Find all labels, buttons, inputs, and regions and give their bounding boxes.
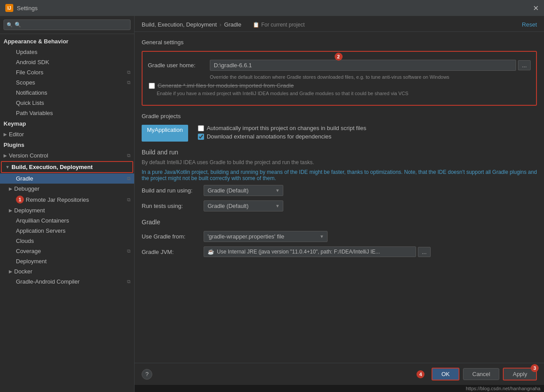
generate-iml-checkbox[interactable] (149, 83, 155, 89)
window-title: Settings (17, 5, 38, 12)
run-tests-using-select[interactable]: Gradle (Default) (204, 200, 283, 211)
gradle-android-copy-icon: ⧉ (127, 279, 131, 284)
sidebar-item-gradle-android-compiler[interactable]: Gradle-Android Compiler ⧉ (0, 277, 134, 287)
gradle-jvm-value: ☕ Use Internal JRE (java version "11.0.4… (204, 246, 416, 257)
build-run-info2: In a pure Java/Kotlin project, building … (142, 169, 537, 181)
sidebar-items: Appearance & Behavior Updates Android SD… (0, 34, 134, 392)
download-annotations-checkbox[interactable] (198, 134, 204, 140)
bed-chevron-icon: ▼ (5, 165, 10, 169)
deployment-chevron-icon: ▶ (9, 208, 12, 213)
sidebar-item-application-servers[interactable]: Application Servers (0, 226, 134, 236)
titlebar-left: IJ Settings (5, 4, 38, 12)
run-tests-using-label: Run tests using: (142, 203, 204, 209)
gradle-home-hint: Override the default location where Grad… (210, 74, 531, 80)
search-input[interactable] (4, 19, 131, 30)
ok-button[interactable]: OK (432, 368, 459, 380)
general-settings-title: General settings (142, 39, 537, 46)
close-button[interactable]: ✕ (533, 4, 539, 12)
auto-import-row: Automatically import this project on cha… (197, 125, 367, 131)
coverage-copy-icon: ⧉ (127, 248, 131, 254)
generate-iml-row: Generate *.iml files for modules importe… (148, 82, 531, 89)
reset-button[interactable]: Reset (522, 21, 537, 28)
sidebar-item-deployment2[interactable]: Deployment (0, 256, 134, 266)
build-run-using-row: Build and run using: Gradle (Default) ▼ (142, 185, 537, 196)
sidebar-item-file-colors[interactable]: File Colors ⧉ (0, 67, 134, 77)
sidebar-item-arquillian-containers[interactable]: Arquillian Containers (0, 215, 134, 226)
panel-body: General settings 2 Gradle user home: ...… (135, 32, 544, 363)
gradle-jvm-row: Gradle JVM: ☕ Use Internal JRE (java ver… (142, 246, 537, 257)
sidebar-item-docker[interactable]: ▶ Docker (0, 266, 134, 277)
sidebar-item-gradle[interactable]: Gradle ⧉ (0, 173, 134, 184)
sidebar-item-build-execution-deployment[interactable]: ▼ Build, Execution, Deployment (1, 161, 133, 173)
sidebar-item-deployment[interactable]: ▶ Deployment (0, 205, 134, 215)
gradle-user-home-row: Gradle user home: ... (148, 60, 531, 71)
help-button[interactable]: ? (142, 369, 152, 380)
build-run-using-label: Build and run using: (142, 187, 204, 194)
cancel-button[interactable]: Cancel (463, 368, 499, 380)
sidebar-item-version-control[interactable]: ▶ Version Control ⧉ (0, 150, 134, 161)
gradle-user-home-label: Gradle user home: (148, 62, 210, 69)
apply-badge-wrapper: Apply 3 (503, 368, 537, 380)
debugger-chevron-icon: ▶ (9, 186, 12, 191)
app-icon: IJ (5, 4, 13, 12)
sidebar-item-remote-jar-repos[interactable]: 1 Remote Jar Repositories ⧉ (0, 194, 134, 205)
auto-import-options: Automatically import this project on cha… (193, 125, 367, 142)
search-icon: 🔍 (7, 22, 13, 28)
panel-header: Build, Execution, Deployment › Gradle 📋 … (135, 16, 544, 32)
vc-chevron-icon: ▶ (4, 153, 7, 158)
build-run-using-select[interactable]: Gradle (Default) (204, 185, 283, 196)
gradle-jvm-browse-button[interactable]: ... (418, 247, 431, 257)
gradle-jvm-text: Use Internal JRE (java version "11.0.4+1… (217, 249, 380, 255)
use-gradle-from-row: Use Gradle from: 'gradle-wrapper.propert… (142, 231, 537, 242)
sidebar-item-updates[interactable]: Updates (0, 47, 134, 57)
sidebar-item-notifications[interactable]: Notifications (0, 88, 134, 98)
sidebar-item-scopes[interactable]: Scopes ⧉ (0, 77, 134, 88)
sidebar: 🔍 Appearance & Behavior Updates Android … (0, 16, 135, 392)
search-wrap: 🔍 (4, 19, 131, 30)
project-icon: 📋 (253, 22, 259, 28)
download-annotations-row: Download external annotations for depend… (197, 133, 367, 140)
sidebar-item-coverage[interactable]: Coverage ⧉ (0, 246, 134, 256)
project-item-myapplication[interactable]: MyApplication (142, 125, 188, 142)
url-bar: https://blog.csdn.net/hanhangnaha (135, 385, 544, 392)
sidebar-item-editor[interactable]: ▶ Editor (0, 129, 134, 139)
gradle-jvm-label: Gradle JVM: (142, 249, 204, 255)
badge-1: 1 (16, 196, 24, 204)
gradle-home-browse-button[interactable]: ... (518, 60, 531, 70)
sidebar-item-plugins[interactable]: Plugins (0, 139, 134, 150)
breadcrumb-separator: › (220, 21, 221, 28)
auto-import-checkbox[interactable] (198, 125, 204, 131)
sidebar-item-path-variables[interactable]: Path Variables (0, 108, 134, 118)
titlebar: IJ Settings ✕ (0, 0, 544, 16)
sidebar-item-clouds[interactable]: Clouds (0, 236, 134, 246)
sidebar-item-keymap[interactable]: Keymap (0, 118, 134, 129)
gradle-user-home-input[interactable] (210, 60, 516, 71)
gradle-section: Gradle Use Gradle from: 'gradle-wrapper.… (142, 219, 537, 257)
build-run-using-dropdown-wrap: Gradle (Default) ▼ (204, 185, 283, 196)
badge-2: 2 (335, 53, 343, 61)
generate-iml-hint: Enable if you have a mixed project with … (148, 91, 531, 96)
gradle-section-title: Gradle (142, 219, 537, 226)
build-and-run-title: Build and run (142, 149, 537, 156)
use-gradle-from-select[interactable]: 'gradle-wrapper.properties' file (204, 231, 328, 242)
panel-footer: ? 4 OK Cancel Apply 3 (135, 363, 544, 385)
sidebar-item-appearance-behavior[interactable]: Appearance & Behavior (0, 36, 134, 47)
use-gradle-from-dropdown-wrap: 'gradle-wrapper.properties' file ▼ (204, 231, 328, 242)
sidebar-item-debugger[interactable]: ▶ Debugger (0, 184, 134, 194)
sidebar-item-quick-lists[interactable]: Quick Lists (0, 98, 134, 108)
settings-window: IJ Settings ✕ 🔍 Appearance & Behavior Up… (0, 0, 544, 392)
breadcrumb-parent: Build, Execution, Deployment (142, 21, 217, 28)
main-content: 🔍 Appearance & Behavior Updates Android … (0, 16, 544, 392)
sidebar-item-android-sdk[interactable]: Android SDK (0, 57, 134, 67)
badge-2-container: 2 (335, 53, 344, 61)
badge-3: 3 (531, 364, 539, 372)
gradle-projects-title: Gradle projects (142, 113, 537, 119)
breadcrumb-child: Gradle (224, 21, 241, 28)
right-panel: Build, Execution, Deployment › Gradle 📋 … (135, 16, 544, 392)
use-gradle-from-label: Use Gradle from: (142, 233, 204, 240)
badge-4: 4 (417, 370, 424, 378)
docker-chevron-icon: ▶ (9, 269, 12, 274)
build-and-run-section: Build and run By default IntelliJ IDEA u… (142, 149, 537, 211)
scopes-copy-icon: ⧉ (127, 80, 131, 85)
breadcrumb: Build, Execution, Deployment › Gradle 📋 … (142, 21, 305, 28)
